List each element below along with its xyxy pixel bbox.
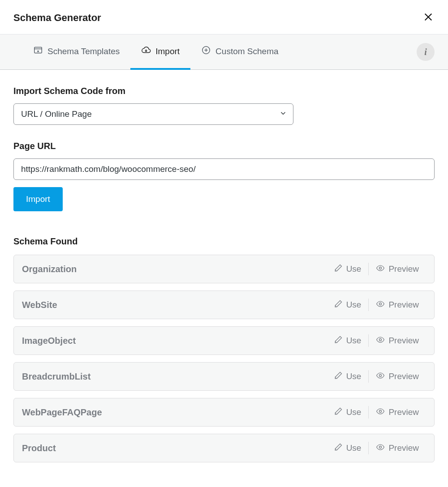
schema-row: WebSite Use Preview	[13, 290, 435, 319]
row-actions: Use Preview	[327, 440, 426, 457]
eye-icon	[376, 264, 385, 275]
use-label: Use	[346, 300, 362, 310]
schema-name: WebSite	[22, 300, 327, 310]
row-actions: Use Preview	[327, 261, 426, 278]
page-url-input[interactable]	[13, 158, 435, 180]
preview-label: Preview	[388, 443, 419, 453]
use-button[interactable]: Use	[327, 368, 369, 385]
use-button[interactable]: Use	[327, 404, 369, 421]
modal-header: Schema Generator	[0, 0, 448, 34]
schema-name: ImageObject	[22, 336, 327, 346]
schema-row: Product Use Preview	[13, 434, 435, 462]
schema-row: Organization Use Preview	[13, 255, 435, 283]
svg-point-12	[379, 374, 382, 376]
templates-icon	[33, 45, 43, 57]
eye-icon	[376, 299, 385, 311]
use-label: Use	[346, 407, 362, 417]
preview-button[interactable]: Preview	[369, 368, 426, 385]
use-button[interactable]: Use	[327, 261, 369, 278]
svg-marker-4	[37, 50, 39, 52]
eye-icon	[376, 443, 385, 454]
svg-point-13	[379, 410, 382, 412]
svg-point-11	[379, 338, 382, 341]
row-actions: Use Preview	[327, 368, 426, 385]
info-icon: i	[424, 47, 427, 57]
close-button[interactable]	[422, 12, 435, 24]
tab-schema-templates[interactable]: Schema Templates	[22, 34, 130, 70]
preview-label: Preview	[388, 407, 419, 417]
edit-icon	[334, 264, 343, 275]
eye-icon	[376, 335, 385, 346]
preview-button[interactable]: Preview	[369, 261, 426, 278]
url-label: Page URL	[13, 141, 435, 151]
row-actions: Use Preview	[327, 404, 426, 421]
schema-row: WebPageFAQPage Use Preview	[13, 398, 435, 427]
modal-title: Schema Generator	[13, 12, 101, 24]
edit-icon	[334, 407, 343, 418]
tab-import[interactable]: Import	[130, 34, 190, 70]
eye-icon	[376, 371, 385, 382]
schema-found-heading: Schema Found	[13, 236, 435, 247]
eye-icon	[376, 407, 385, 418]
tab-label: Schema Templates	[47, 47, 120, 56]
content-area: Import Schema Code from Page URL Import …	[0, 70, 448, 476]
use-button[interactable]: Use	[327, 333, 369, 349]
svg-point-10	[379, 303, 382, 305]
tab-label: Custom Schema	[215, 47, 278, 56]
edit-icon	[334, 443, 343, 454]
preview-label: Preview	[388, 264, 419, 274]
use-label: Use	[346, 264, 362, 274]
schema-name: BreadcrumbList	[22, 372, 327, 382]
schema-name: Organization	[22, 264, 327, 274]
use-label: Use	[346, 372, 362, 381]
schema-row: ImageObject Use Preview	[13, 326, 435, 355]
plus-circle-icon	[201, 45, 211, 57]
preview-label: Preview	[388, 372, 419, 381]
edit-icon	[334, 371, 343, 382]
edit-icon	[334, 335, 343, 346]
use-button[interactable]: Use	[327, 297, 369, 313]
cloud-download-icon	[141, 45, 151, 57]
close-icon	[423, 12, 433, 24]
use-label: Use	[346, 336, 362, 346]
tab-label: Import	[155, 47, 180, 56]
tab-custom-schema[interactable]: Custom Schema	[190, 34, 289, 70]
source-select[interactable]	[13, 103, 293, 125]
svg-point-9	[379, 267, 382, 269]
schema-row: BreadcrumbList Use Preview	[13, 362, 435, 391]
preview-label: Preview	[388, 300, 419, 310]
schema-name: Product	[22, 443, 327, 453]
svg-point-14	[379, 446, 382, 448]
edit-icon	[334, 299, 343, 311]
preview-button[interactable]: Preview	[369, 297, 426, 313]
use-button[interactable]: Use	[327, 440, 369, 457]
preview-button[interactable]: Preview	[369, 440, 426, 457]
preview-label: Preview	[388, 336, 419, 346]
tabs-bar: Schema Templates Import Custom Schema i	[0, 34, 448, 70]
row-actions: Use Preview	[327, 333, 426, 349]
row-actions: Use Preview	[327, 297, 426, 313]
info-button[interactable]: i	[417, 43, 435, 61]
preview-button[interactable]: Preview	[369, 404, 426, 421]
schema-name: WebPageFAQPage	[22, 407, 327, 418]
import-button[interactable]: Import	[13, 187, 63, 211]
preview-button[interactable]: Preview	[369, 333, 426, 349]
schema-found-list: Organization Use Preview WebSite	[13, 255, 435, 462]
source-select-wrap	[13, 103, 293, 125]
source-label: Import Schema Code from	[13, 86, 435, 96]
use-label: Use	[346, 443, 362, 453]
